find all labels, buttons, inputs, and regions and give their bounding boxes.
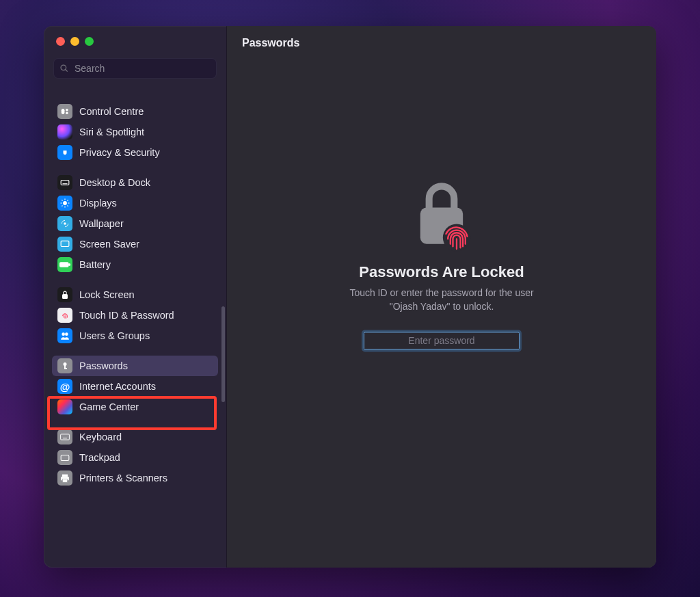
sidebar-item-label: Internet Accounts — [79, 381, 156, 392]
sidebar-item-privacy-security[interactable]: Privacy & Security — [52, 142, 218, 163]
sidebar-item-label: Privacy & Security — [79, 147, 160, 158]
svg-rect-33 — [62, 474, 68, 477]
sidebar-item-label: Displays — [79, 198, 117, 209]
touch-id-icon — [57, 308, 72, 323]
keyboard-icon — [57, 429, 72, 445]
passwords-icon — [57, 358, 72, 373]
svg-rect-26 — [61, 434, 70, 440]
sidebar-scrollbar[interactable] — [221, 306, 225, 402]
page-title: Passwords — [227, 26, 656, 60]
svg-point-7 — [63, 201, 67, 205]
svg-point-3 — [66, 109, 68, 111]
svg-rect-19 — [69, 264, 70, 265]
svg-line-15 — [68, 200, 68, 200]
sidebar-item-screen-saver[interactable]: Screen Saver — [52, 234, 218, 254]
sidebar-item-label: Desktop & Dock — [79, 177, 150, 188]
users-icon — [57, 328, 72, 343]
sidebar-item-printers-scanners[interactable]: Printers & Scanners — [52, 468, 218, 488]
sidebar-item-game-center[interactable]: Game Center — [52, 397, 218, 417]
sidebar-item-label: Screen Saver — [79, 239, 139, 250]
locked-title: Passwords Are Locked — [359, 264, 524, 282]
screen-saver-icon — [57, 237, 72, 252]
sidebar-item-label: Passwords — [79, 360, 128, 371]
maximize-window-button[interactable] — [85, 37, 94, 46]
sidebar-list[interactable]: Control Centre Siri & Spotlight Privacy … — [44, 101, 226, 568]
svg-point-0 — [61, 65, 66, 70]
sidebar-item-label: Control Centre — [79, 106, 144, 117]
main-content: Passwords Passwords Are Locked Touch ID … — [227, 26, 656, 568]
sidebar-item-siri-spotlight[interactable]: Siri & Spotlight — [52, 122, 218, 142]
sidebar-item-label: Keyboard — [79, 432, 122, 442]
sidebar-item-label: Wallpaper — [79, 218, 124, 229]
sidebar-item-touch-id[interactable]: Touch ID & Password — [52, 305, 218, 326]
sidebar-item-label: Battery — [79, 259, 111, 270]
desktop-dock-icon — [57, 175, 72, 190]
privacy-icon — [57, 145, 72, 160]
sidebar-item-internet-accounts[interactable]: @ Internet Accounts — [52, 376, 218, 397]
svg-point-22 — [65, 332, 68, 336]
sidebar-item-users-groups[interactable]: Users & Groups — [52, 326, 218, 346]
sidebar-item-label: Touch ID & Password — [79, 310, 174, 321]
sidebar-item-label: Game Center — [79, 401, 139, 412]
svg-line-13 — [68, 206, 68, 207]
svg-line-14 — [62, 206, 62, 207]
wallpaper-icon — [57, 216, 72, 231]
svg-rect-25 — [64, 368, 67, 369]
sidebar-item-battery[interactable]: Battery — [52, 254, 218, 275]
siri-icon — [57, 124, 72, 140]
sidebar-item-label: Trackpad — [79, 452, 120, 463]
minimize-window-button[interactable] — [70, 37, 79, 46]
svg-line-12 — [62, 200, 62, 200]
lock-screen-icon — [57, 287, 72, 302]
svg-rect-35 — [63, 479, 68, 482]
locked-subtitle: Touch ID or enter the password for the u… — [349, 287, 533, 314]
printers-icon — [57, 470, 72, 486]
displays-icon — [57, 196, 72, 211]
close-window-button[interactable] — [56, 37, 65, 46]
svg-rect-32 — [61, 455, 69, 460]
sidebar-item-displays[interactable]: Displays — [52, 193, 218, 213]
sidebar-item-label: Printers & Scanners — [79, 473, 167, 483]
sidebar-item-wallpaper[interactable]: Wallpaper — [52, 213, 218, 234]
sidebar-item-label: Siri & Spotlight — [79, 127, 144, 137]
svg-point-21 — [62, 332, 65, 336]
locked-panel: Passwords Are Locked Touch ID or enter t… — [227, 179, 656, 349]
game-center-icon — [57, 399, 72, 414]
search-wrap — [53, 58, 217, 79]
svg-rect-5 — [61, 181, 69, 185]
svg-point-4 — [66, 112, 68, 115]
search-input[interactable] — [53, 58, 217, 79]
sidebar-item-trackpad[interactable]: Trackpad — [52, 447, 218, 468]
sidebar-item-desktop-dock[interactable]: Desktop & Dock — [52, 172, 218, 193]
password-input[interactable] — [364, 332, 520, 349]
internet-accounts-icon: @ — [57, 379, 72, 394]
sidebar: Control Centre Siri & Spotlight Privacy … — [44, 26, 227, 568]
svg-rect-18 — [60, 263, 68, 267]
svg-line-1 — [66, 70, 68, 72]
svg-rect-2 — [62, 109, 65, 114]
control-centre-icon — [57, 104, 72, 119]
sidebar-item-label: Users & Groups — [79, 330, 150, 341]
lock-icon — [410, 179, 473, 254]
sidebar-item-passwords[interactable]: Passwords — [52, 356, 218, 376]
trackpad-icon — [57, 450, 72, 465]
window-controls — [44, 26, 226, 46]
svg-rect-20 — [62, 294, 68, 299]
svg-rect-17 — [61, 241, 69, 246]
sidebar-item-keyboard[interactable]: Keyboard — [52, 427, 218, 447]
battery-icon — [57, 257, 72, 272]
sidebar-item-control-centre[interactable]: Control Centre — [52, 101, 218, 122]
system-settings-window: Control Centre Siri & Spotlight Privacy … — [44, 26, 656, 568]
sidebar-item-lock-screen[interactable]: Lock Screen — [52, 284, 218, 305]
sidebar-item-label: Lock Screen — [79, 289, 135, 300]
svg-point-16 — [64, 222, 66, 225]
search-icon — [59, 64, 69, 73]
